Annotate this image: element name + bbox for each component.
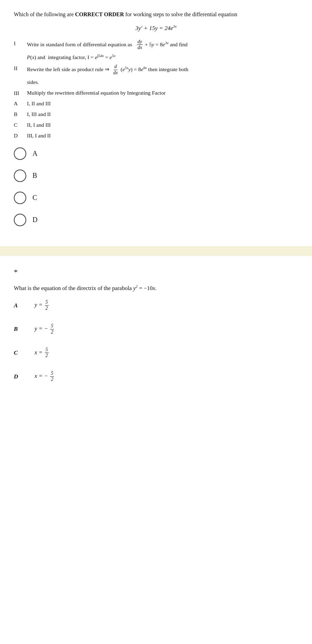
step-I-content: Write in standard form of differential e… [27,38,298,52]
option-A-text: I, II and III [27,98,298,109]
choice-A[interactable]: A [14,147,298,160]
step-II-sides-text: sides. [27,77,298,88]
answer-C-row: C x = 5 2 [14,347,298,359]
choice-B[interactable]: B [14,170,298,182]
step-I-roman: I [14,38,27,52]
option-B-row: B I, III and II [14,109,298,120]
choice-D[interactable]: D [14,214,298,226]
answer-B-math: y = − 5 2 [35,323,55,335]
choices-section: A B C D [14,147,298,226]
choice-C[interactable]: C [14,192,298,204]
dy-dx-fraction: dy dx [137,39,143,51]
step-II-continuation: sides. [14,77,298,88]
option-A-letter: A [14,98,27,109]
choice-D-label: D [32,216,37,224]
step-III-roman: III [14,88,27,99]
step-III-content: Multiply the rewritten differential equa… [27,88,298,99]
option-B-letter: B [14,109,27,120]
option-C-text: II, I and III [27,120,298,131]
answer-D-math: x = − 5 2 [35,371,55,383]
steps-table: I Write in standard form of differential… [14,38,298,141]
answer-A-math: y = 5 2 [35,299,49,311]
question1-block: Which of the following are CORRECT ORDER… [0,0,312,243]
option-D-row: D III, I and II [14,131,298,141]
step-I-continuation: P(x) and integrating factor, I = e∫5dx =… [14,52,298,63]
bold-correct-order: CORRECT ORDER [75,11,124,17]
step-II-roman-blank [14,77,27,88]
option-A-row: A I, II and III [14,98,298,109]
radio-D[interactable] [14,214,26,226]
B-fraction: 5 2 [50,323,54,335]
d-dx-fraction: d dx [113,64,119,76]
section-divider [0,246,312,256]
D-fraction: 5 2 [50,371,54,383]
answer-C-letter: C [14,349,35,356]
step-I-continuation-text: P(x) and integrating factor, I = e∫5dx =… [27,52,298,63]
step-II-roman: II [14,63,27,77]
question2-block: What is the equation of the directrix of… [0,280,312,401]
answer-C-math: x = 5 2 [35,347,49,359]
choice-C-label: C [32,194,37,202]
main-equation: 3y′ + 15y = 24e3x [14,24,298,32]
answer-B-letter: B [14,326,35,333]
option-D-text: III, I and II [27,131,298,141]
answer-choices: A y = 5 2 B y = − 5 2 C [14,299,298,382]
question1-prompt: Which of the following are CORRECT ORDER… [14,10,298,19]
step-II-row: II Rewrite the left side as product rule… [14,63,298,77]
step-III-row: III Multiply the rewritten differential … [14,88,298,99]
answer-B-row: B y = − 5 2 [14,323,298,335]
option-C-letter: C [14,120,27,131]
A-fraction: 5 2 [45,299,49,311]
choice-A-label: A [32,150,37,157]
option-D-letter: D [14,131,27,141]
answer-D-row: D x = − 5 2 [14,371,298,383]
radio-B[interactable] [14,170,26,182]
choice-B-label: B [32,172,37,180]
step-I-row: I Write in standard form of differential… [14,38,298,52]
option-B-text: I, III and II [27,109,298,120]
radio-A[interactable] [14,147,26,160]
step-I-roman-blank [14,52,27,63]
answer-A-row: A y = 5 2 [14,299,298,311]
C-fraction: 5 2 [45,347,49,359]
question2-prompt: What is the equation of the directrix of… [14,283,298,293]
option-C-row: C II, I and III [14,120,298,131]
step-II-content: Rewrite the left side as product rule ⇒ … [27,63,298,77]
answer-D-letter: D [14,373,35,380]
answer-A-letter: A [14,302,35,309]
radio-C[interactable] [14,192,26,204]
asterisk-marker: * [0,259,312,280]
